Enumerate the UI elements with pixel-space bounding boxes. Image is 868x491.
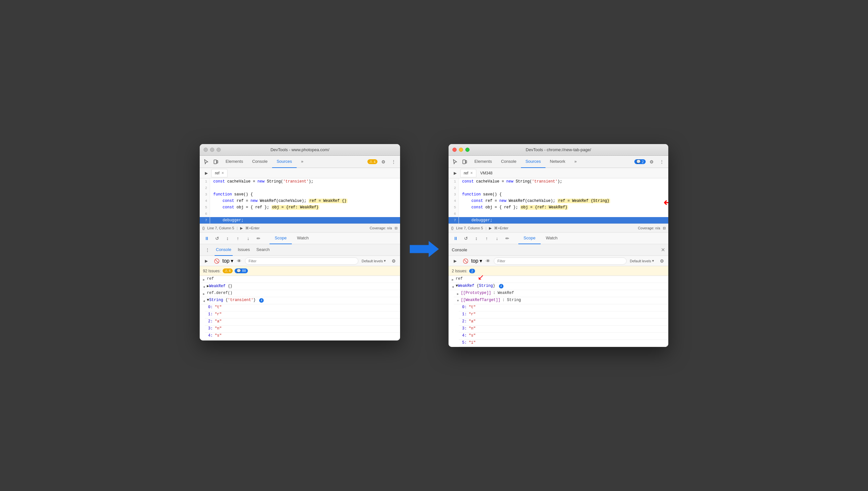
scope-tab-scope[interactable]: Scope [270, 233, 292, 244]
svg-rect-2 [463, 160, 465, 164]
right-filter-input[interactable] [494, 257, 626, 265]
left-warn-badge: ⚠ 4 [223, 268, 233, 273]
right-more-options-icon[interactable]: ⋮ [657, 157, 666, 166]
step-btn[interactable]: ↓ [244, 234, 253, 243]
right-device-icon[interactable] [460, 157, 469, 166]
console-item-deref[interactable]: ▶ ref.deref() [200, 290, 400, 297]
settings-icon[interactable]: ⚙ [379, 157, 388, 166]
right-close-button[interactable] [452, 148, 457, 152]
left-ban-icon[interactable]: 🚫 [212, 257, 221, 265]
console-item-ref-group[interactable]: ▶ ref [200, 276, 400, 283]
tab-filename: ref [215, 171, 219, 175]
collapse-arrow[interactable]: ◀ [203, 285, 205, 289]
right-settings-icon[interactable]: ⚙ [647, 157, 656, 166]
tab-sources[interactable]: Sources [272, 156, 297, 168]
right-tab-console[interactable]: Console [496, 156, 521, 168]
collapse-arrow-2[interactable]: ◀ [203, 299, 205, 303]
right-deactivate-btn[interactable]: ✏ [503, 234, 512, 243]
left-filter-input[interactable] [245, 257, 358, 265]
right-ref-tab[interactable]: ref ✕ [460, 169, 476, 177]
left-default-levels[interactable]: Default levels ▾ [360, 259, 388, 263]
right-cursor-icon[interactable] [450, 157, 459, 166]
right-vm-tab[interactable]: VM348 [477, 169, 496, 177]
left-eye-icon[interactable]: 👁 [234, 257, 244, 265]
right-code-area: 1 const cacheValue = new String('transie… [449, 178, 668, 224]
left-run-icon[interactable]: ▶ [202, 169, 211, 178]
right-step-over-btn[interactable]: ↺ [461, 234, 471, 243]
left-issues-tab[interactable]: Issues [236, 244, 251, 256]
console-item-weakref[interactable]: ◀ ▶WeakRef {} [200, 283, 400, 290]
tab-console[interactable]: Console [248, 156, 272, 168]
right-tab-more[interactable]: » [570, 156, 581, 168]
left-ref-tab[interactable]: ref ✕ [211, 169, 227, 177]
deactivate-btn[interactable]: ✏ [254, 234, 263, 243]
right-console-prototype[interactable]: ▶ [[Prototype]] : WeakRef [454, 290, 668, 297]
right-console-target[interactable]: ▼ [[WeakRefTarget]] : String [454, 297, 668, 304]
code-line-5: 5 const obj = { ref }; obj = {ref: WeakR… [200, 204, 400, 211]
right-chevron-down-icon: ▾ [480, 258, 482, 264]
right-collapse-arrow[interactable]: ◀ [452, 285, 454, 289]
right-clear-icon[interactable]: ▶ [450, 257, 459, 265]
right-ban-icon[interactable]: 🚫 [461, 257, 470, 265]
right-debug-toolbar: ⏸ ↺ ↕ ↑ ↓ ✏ Scope Watch [449, 233, 668, 244]
right-scope-tab-watch[interactable]: Watch [541, 233, 563, 244]
right-pause-btn[interactable]: ⏸ [451, 234, 460, 243]
right-collapse-target[interactable]: ▼ [457, 299, 459, 303]
left-console-menu-icon[interactable]: ⋮ [203, 246, 212, 255]
left-search-tab[interactable]: Search [255, 244, 271, 256]
cursor-icon[interactable] [202, 157, 211, 166]
right-top-dropdown[interactable]: top ▾ [471, 258, 482, 264]
right-tab-network[interactable]: Network [545, 156, 570, 168]
right-file-tabs-row: ▶ ref ✕ VM348 [449, 168, 668, 178]
step-into-btn[interactable]: ↕ [223, 234, 232, 243]
tab-elements[interactable]: Elements [221, 156, 248, 168]
right-step-btn[interactable]: ↓ [493, 234, 502, 243]
more-options-icon[interactable]: ⋮ [389, 157, 398, 166]
right-console-output: ▶ ref ◀ ▼WeakRef {String} i ▶ [[Prototyp… [449, 276, 668, 347]
device-icon[interactable] [211, 157, 220, 166]
close-button[interactable] [203, 148, 208, 152]
right-step-out-btn[interactable]: ↑ [482, 234, 491, 243]
right-eye-icon[interactable]: 👁 [483, 257, 493, 265]
right-scope-tab-scope[interactable]: Scope [519, 233, 541, 244]
right-tab-sources[interactable]: Sources [521, 156, 545, 168]
console-item-string[interactable]: ◀ ▼String {'transient'} i [200, 297, 400, 304]
right-close-tab-icon[interactable]: ✕ [470, 171, 473, 175]
right-console-item-weakref[interactable]: ◀ ▼WeakRef {String} i [449, 283, 668, 290]
right-expand-arrow[interactable]: ▶ [452, 278, 454, 282]
right-close-console-btn[interactable]: ✕ [661, 247, 665, 253]
close-tab-icon[interactable]: ✕ [221, 171, 224, 175]
right-tab-list: Elements Console Sources Network » [470, 156, 634, 168]
left-clear-icon[interactable]: ▶ [202, 257, 211, 265]
expand-arrow[interactable]: ▶ [203, 278, 205, 282]
right-console-item-0: 0: "t" [459, 304, 668, 311]
expand-arrow-2[interactable]: ▶ [203, 292, 205, 296]
left-title-bar: DevTools - www.photopea.com/ [200, 144, 400, 156]
step-out-btn[interactable]: ↑ [233, 234, 242, 243]
right-console-settings-icon[interactable]: ⚙ [657, 257, 666, 265]
right-maximize-button[interactable] [465, 148, 470, 152]
right-step-into-btn[interactable]: ↕ [472, 234, 481, 243]
pause-btn[interactable]: ⏸ [202, 234, 211, 243]
right-default-levels[interactable]: Default levels ▾ [628, 259, 656, 263]
tab-more[interactable]: » [297, 156, 308, 168]
right-run-icon[interactable]: ▶ [450, 169, 459, 178]
scope-tab-watch[interactable]: Watch [292, 233, 314, 244]
blue-arrow [410, 241, 439, 257]
right-expand-proto[interactable]: ▶ [457, 292, 459, 296]
left-top-dropdown[interactable]: top ▾ [222, 258, 233, 264]
step-over-btn[interactable]: ↺ [213, 234, 222, 243]
left-console-settings-icon[interactable]: ⚙ [389, 257, 398, 265]
right-coverage: Coverage: n/a [638, 226, 660, 230]
left-console-tab[interactable]: Console [215, 244, 233, 256]
right-code-line-3: 3 function save() { [449, 191, 668, 198]
right-tab-elements[interactable]: Elements [470, 156, 496, 168]
console-item-1: 1: "r" [205, 311, 400, 318]
maximize-button[interactable] [217, 148, 221, 152]
right-minimize-button[interactable] [459, 148, 463, 152]
right-console-item-1: 1: "r" [459, 311, 668, 318]
console-item-3: 3: "n" [205, 326, 400, 333]
right-console-item-5: 5: "i" [459, 340, 668, 347]
minimize-button[interactable] [210, 148, 214, 152]
svg-rect-3 [466, 161, 467, 163]
